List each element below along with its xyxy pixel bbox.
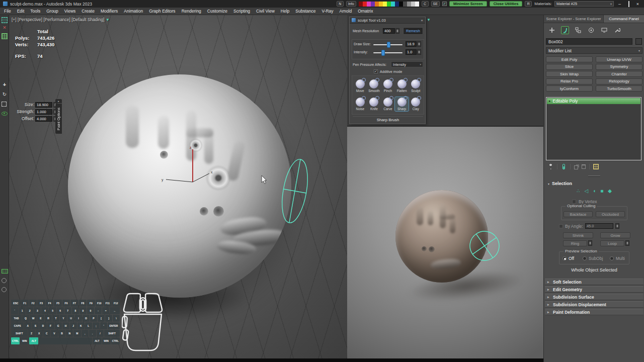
menu-scripting[interactable]: Scripting (230, 9, 253, 14)
mesh-resolution-field[interactable]: 400 (383, 28, 395, 34)
expand-icon[interactable]: ▸ (549, 99, 551, 103)
draw-size-spinner[interactable] (417, 41, 421, 47)
pen-pressure-dropdown[interactable]: Intensity ▾ (391, 61, 423, 67)
by-angle-field[interactable]: 45.0 (585, 223, 613, 229)
menu-civil-view[interactable]: Civil View (253, 9, 278, 14)
modifier-button-edit-poly[interactable]: Edit Poly (546, 56, 593, 62)
by-angle-checkbox[interactable] (559, 224, 563, 228)
size-field[interactable]: 18.900 (35, 102, 52, 108)
menu-tools[interactable]: Tools (27, 9, 43, 14)
move-tool-icon[interactable]: + (2, 81, 8, 87)
hierarchy-tab-icon[interactable] (574, 26, 582, 34)
menu-rendering[interactable]: Rendering (179, 9, 204, 14)
by-angle-spinner[interactable] (615, 223, 619, 229)
palette-color[interactable] (407, 2, 411, 7)
filter-icon[interactable]: ▼ (106, 18, 110, 22)
replay-icon[interactable] (2, 287, 7, 292)
menu-file[interactable]: File (1, 9, 14, 14)
tab-command-panel[interactable]: Command Panel (603, 15, 644, 23)
overlay-checkbox[interactable]: ✓ (442, 2, 447, 6)
menu-group[interactable]: Group (43, 9, 61, 14)
loop-spinner[interactable] (625, 240, 629, 246)
stack-item-editable-poly[interactable]: ▸ Editable Poly (547, 98, 640, 104)
modifier-button-skin-wrap[interactable]: Skin Wrap (546, 71, 593, 77)
visibility-eye-icon[interactable] (2, 112, 8, 116)
strength-field[interactable]: 1.000 (35, 109, 52, 115)
palette-color[interactable] (371, 2, 375, 7)
pattern-select-icon[interactable] (2, 17, 8, 23)
modifier-button-symmetry[interactable]: Symmetry (596, 64, 642, 70)
element-mode-icon[interactable]: ◆ (608, 188, 612, 194)
ring-button[interactable]: Ring (563, 240, 587, 246)
occluded-button[interactable]: Occluded (596, 211, 625, 217)
viewport-label[interactable]: [+] [Perspective] [Performance] [Default… (12, 17, 110, 22)
menu-substance[interactable]: Substance (292, 9, 318, 14)
palette-color[interactable] (395, 2, 399, 7)
n-button[interactable]: N (337, 1, 344, 7)
modifier-button-retopology[interactable]: Retopology (596, 78, 642, 84)
menu-graph-editors[interactable]: Graph Editors (146, 9, 178, 14)
palette-color[interactable] (359, 2, 363, 7)
rollout-subdivision-surface[interactable]: Subdivision Surface (545, 294, 643, 300)
palette-color[interactable] (363, 2, 367, 7)
menu-modifiers[interactable]: Modifiers (98, 9, 121, 14)
brush-carve-button[interactable]: Carve (381, 97, 394, 111)
select-region-icon[interactable] (2, 102, 7, 107)
rotate-tool-icon[interactable]: ↻ (2, 92, 8, 97)
grid-toggle-icon[interactable] (2, 33, 8, 39)
tab-scene-explorer[interactable]: Scene Explorer - Scene Explorer (544, 15, 603, 23)
palette-color[interactable] (411, 2, 415, 7)
intensity-field[interactable]: 1.0 (406, 49, 417, 55)
c-button[interactable]: C (422, 1, 429, 7)
sculpt-tool-titlebar[interactable]: sculpt Tool v1.03 × (350, 17, 425, 24)
utilities-tab-icon[interactable] (613, 26, 621, 34)
palette-color[interactable] (399, 2, 403, 7)
paint-options-collapse-icon[interactable]: ▸ (55, 99, 62, 103)
brush-flatten-button[interactable]: Flatten (395, 79, 409, 93)
make-unique-icon[interactable] (574, 165, 578, 169)
viewport-label-text[interactable]: [+] [Perspective] [Performance] [Default… (12, 17, 105, 22)
palette-color[interactable] (391, 2, 395, 7)
modifier-stack[interactable]: ▸ Editable Poly (546, 97, 641, 160)
preview-multi-radio[interactable] (610, 256, 614, 260)
by-vertex-checkbox[interactable] (572, 200, 576, 204)
minimize-screen-button[interactable]: Minimize Screen (449, 1, 487, 7)
menu-ornatrix[interactable]: Ornatrix (355, 9, 376, 14)
intensity-spinner[interactable] (417, 49, 421, 55)
maximize-window-icon[interactable] (625, 2, 632, 7)
rollout-edit-geometry[interactable]: Edit Geometry (545, 286, 643, 293)
brush-noise-button[interactable]: Noise (353, 97, 367, 111)
object-name-field[interactable]: Box002 (546, 38, 632, 45)
intensity-slider[interactable] (373, 52, 403, 53)
render-viewport[interactable] (347, 126, 543, 358)
keyboard-overlay-icon[interactable] (2, 269, 8, 274)
se-button[interactable]: SE (431, 1, 440, 7)
paint-options-tab[interactable]: Paint Options (55, 104, 62, 134)
motion-tab-icon[interactable] (587, 26, 595, 34)
close-utilities-button[interactable]: Close Utilities (490, 1, 523, 7)
modifier-button-slice[interactable]: Slice (546, 64, 593, 70)
record-icon[interactable] (2, 278, 7, 283)
clear-overlay-icon[interactable]: ✕ (2, 25, 8, 30)
modifier-button-relax-pro[interactable]: Relax Pro (546, 78, 593, 84)
remesh-button[interactable]: Remesh (403, 27, 423, 35)
filter-icon[interactable]: ▼ (427, 18, 431, 22)
modify-tab-icon[interactable] (561, 26, 569, 34)
main-viewport[interactable]: z y x [+] [Perspective] [Performance] [D… (9, 15, 347, 358)
palette-color[interactable] (379, 2, 383, 7)
object-color-swatch[interactable] (635, 38, 642, 45)
backface-button[interactable]: Backface (564, 211, 593, 217)
draw-size-slider[interactable] (373, 44, 403, 45)
menu-views[interactable]: Views (61, 9, 79, 14)
ring-spinner[interactable] (588, 240, 592, 246)
modifier-button-chamfer[interactable]: Chamfer (596, 71, 642, 77)
r-button[interactable]: R (525, 1, 532, 7)
modifier-button-unwrap-uvw[interactable]: Unwrap UVW (596, 56, 642, 62)
menu-v-ray[interactable]: V-Ray (318, 9, 336, 14)
loop-button[interactable]: Loop (600, 240, 624, 246)
modifier-button-turbosmooth[interactable]: TurboSmooth (596, 85, 642, 92)
modifier-list-dropdown[interactable]: Modifier List ▾ (546, 47, 642, 54)
brush-pinch-button[interactable]: Pinch (381, 79, 394, 93)
palette-color[interactable] (383, 2, 387, 7)
display-tab-icon[interactable] (600, 26, 608, 34)
